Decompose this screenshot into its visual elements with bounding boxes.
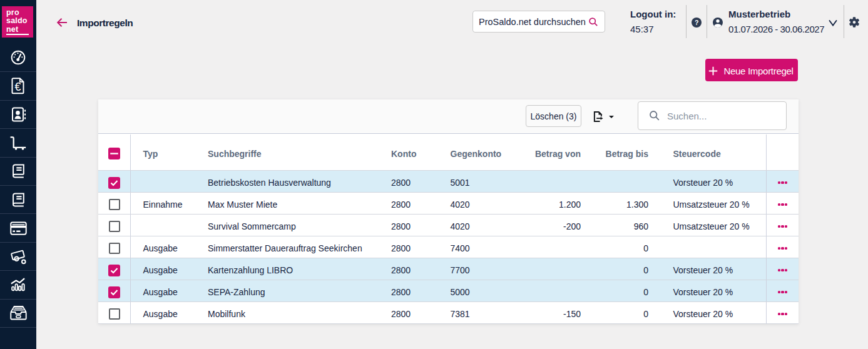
svg-text:€: € (15, 81, 21, 93)
